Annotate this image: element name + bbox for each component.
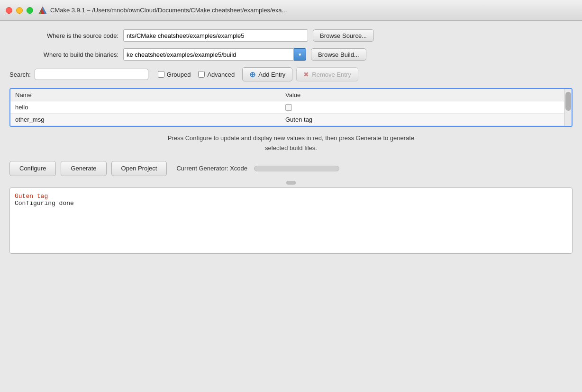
configure-button[interactable]: Configure <box>9 161 56 176</box>
chevron-down-icon: ▾ <box>299 52 301 58</box>
generate-button[interactable]: Generate <box>61 161 106 176</box>
h-scroll-area <box>9 181 573 185</box>
filter-options: Grouped Advanced <box>158 71 235 78</box>
remove-entry-button[interactable]: ✖ Remove Entry <box>296 67 358 81</box>
advanced-checkbox[interactable] <box>198 71 205 78</box>
add-entry-label: Add Entry <box>258 71 285 78</box>
browse-source-button[interactable]: Browse Source... <box>313 29 374 42</box>
bottom-buttons: Configure Generate Open Project Current … <box>9 161 573 176</box>
grouped-label: Grouped <box>167 71 191 78</box>
table-main: Name Value hello other_msg Guten tag <box>10 89 564 126</box>
source-input[interactable] <box>123 29 308 42</box>
cmake-icon <box>38 6 47 15</box>
table-row[interactable]: other_msg Guten tag <box>10 114 564 126</box>
table-row[interactable]: hello <box>10 101 564 114</box>
col-value-header: Value <box>285 91 300 98</box>
build-label: Where to build the binaries: <box>9 51 123 58</box>
close-button[interactable] <box>6 7 12 14</box>
build-row: Where to build the binaries: ▾ Browse Bu… <box>9 48 573 61</box>
maximize-button[interactable] <box>27 7 33 14</box>
source-label: Where is the source code: <box>9 32 123 39</box>
plus-icon: ⊕ <box>249 70 255 79</box>
entry-value: Guten tag <box>285 116 312 123</box>
browse-build-button[interactable]: Browse Build... <box>311 48 366 61</box>
source-row: Where is the source code: Browse Source.… <box>9 29 573 42</box>
entry-name: other_msg <box>15 116 285 123</box>
scrollbar-thumb[interactable] <box>565 92 571 111</box>
build-dropdown-button[interactable]: ▾ <box>294 48 306 61</box>
output-line-1: Guten tag <box>15 193 567 200</box>
titlebar: CMake 3.9.1 – /Users/mnob/ownCloud/Docum… <box>0 0 582 21</box>
window-title: CMake 3.9.1 – /Users/mnob/ownCloud/Docum… <box>50 7 287 14</box>
x-icon: ✖ <box>303 71 309 78</box>
advanced-label: Advanced <box>207 71 235 78</box>
progress-bar <box>254 166 339 171</box>
table-header: Name Value <box>10 89 564 101</box>
h-scroll-thumb[interactable] <box>286 181 296 185</box>
build-input[interactable] <box>123 48 294 61</box>
generator-label: Current Generator: Xcode <box>176 165 247 172</box>
window-controls <box>6 7 33 14</box>
entry-checkbox[interactable] <box>285 104 292 111</box>
grouped-checkbox[interactable] <box>158 71 164 78</box>
open-project-button[interactable]: Open Project <box>111 161 167 176</box>
search-row: Search: Grouped Advanced ⊕ Add Entry ✖ R… <box>9 67 573 81</box>
table-body: hello other_msg Guten tag <box>10 101 564 126</box>
entry-name: hello <box>15 104 285 111</box>
col-name-header: Name <box>15 91 285 98</box>
build-input-group: ▾ <box>123 48 306 61</box>
info-text: Press Configure to update and display ne… <box>9 134 573 153</box>
remove-entry-label: Remove Entry <box>312 71 351 78</box>
output-area: Guten tag Configuring done <box>9 187 573 254</box>
entries-table: Name Value hello other_msg Guten tag <box>9 88 573 127</box>
search-input[interactable] <box>35 69 148 80</box>
advanced-option: Advanced <box>198 71 235 78</box>
main-content: Where is the source code: Browse Source.… <box>0 21 582 262</box>
table-scrollbar[interactable] <box>564 89 572 126</box>
minimize-button[interactable] <box>16 7 23 14</box>
output-line-2: Configuring done <box>15 200 567 207</box>
search-label: Search: <box>9 71 31 78</box>
table-scroll-area: Name Value hello other_msg Guten tag <box>10 89 572 126</box>
add-entry-button[interactable]: ⊕ Add Entry <box>242 67 292 81</box>
grouped-option: Grouped <box>158 71 191 78</box>
entry-value <box>285 104 292 111</box>
